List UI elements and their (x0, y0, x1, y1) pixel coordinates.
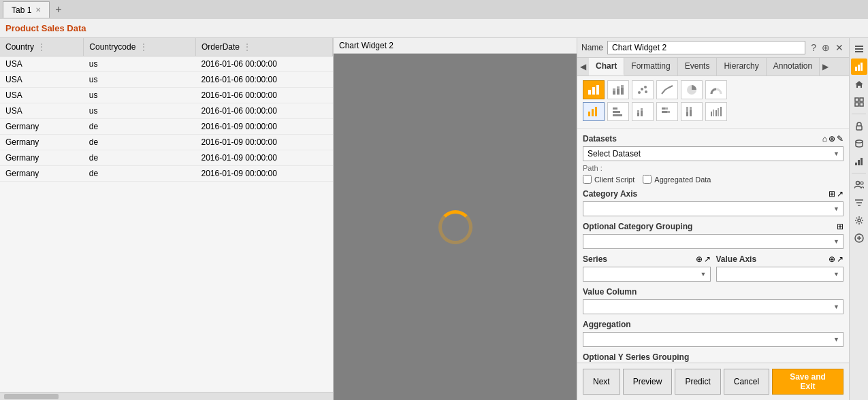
value-column-select-wrapper (583, 299, 843, 314)
right-toolbar (849, 38, 868, 400)
props-tab-next[interactable]: ▶ (820, 58, 831, 76)
svg-rect-23 (641, 108, 643, 111)
rt-lock-icon[interactable] (851, 118, 867, 134)
rt-users-icon[interactable] (851, 177, 867, 193)
tab-1[interactable]: Tab 1 ✕ (3, 1, 50, 18)
category-axis-settings-icon[interactable]: ⊞ (829, 189, 835, 199)
col-drag-orderdate[interactable]: ⋮ (242, 42, 253, 52)
category-axis-arrow-icon[interactable]: ↗ (837, 189, 843, 199)
chart-subtype-2[interactable] (607, 102, 629, 121)
predict-button[interactable]: Predict (675, 369, 720, 395)
datasets-add-icon[interactable]: ⊕ (829, 134, 835, 144)
svg-rect-22 (641, 111, 643, 116)
dataset-select[interactable]: Select Dataset (583, 146, 843, 161)
aggregation-select[interactable] (583, 332, 843, 347)
col-drag-country[interactable]: ⋮ (36, 42, 47, 52)
chart-type-pie[interactable] (681, 80, 703, 99)
table-row: USAus2016-01-06 00:00:00 (0, 56, 333, 72)
tab-add-button[interactable]: + (51, 3, 65, 16)
chart-subtype-4[interactable] (656, 102, 678, 121)
svg-rect-25 (665, 107, 668, 110)
preview-button[interactable]: Preview (623, 369, 673, 395)
value-axis-select[interactable] (716, 267, 844, 282)
series-add-icon[interactable]: ⊕ (696, 254, 703, 264)
svg-rect-2 (596, 85, 599, 95)
table-row: USAus2016-01-06 00:00:00 (0, 103, 333, 119)
value-axis-arrow-icon[interactable]: ↗ (837, 254, 843, 264)
name-label: Name (581, 43, 603, 52)
series-arrow-icon[interactable]: ↗ (704, 254, 711, 264)
tab-annotation[interactable]: Annotation (767, 58, 820, 76)
rt-home-icon[interactable] (851, 76, 867, 93)
tab-formatting[interactable]: Formatting (624, 58, 677, 76)
tab-chart[interactable]: Chart (589, 58, 624, 76)
table-row: Germanyde2016-01-09 00:00:00 (0, 150, 333, 166)
cancel-button[interactable]: Cancel (724, 369, 769, 395)
svg-rect-1 (592, 87, 595, 95)
datasets-home-icon[interactable]: ⌂ (822, 134, 827, 144)
horizontal-scrollbar[interactable] (0, 392, 333, 400)
chart-subtype-6[interactable] (705, 102, 727, 121)
svg-rect-39 (855, 51, 863, 52)
value-column-select[interactable] (583, 299, 843, 314)
table-container[interactable]: Country ⋮ Countrycode ⋮ OrderDate ⋮ (0, 38, 333, 392)
tab-hierarchy[interactable]: Hierarchy (717, 58, 766, 76)
client-script-checkbox[interactable] (583, 175, 592, 184)
svg-rect-38 (855, 48, 863, 50)
dataset-select-wrapper: Select Dataset (583, 146, 843, 161)
svg-rect-40 (855, 67, 857, 71)
help-icon-btn[interactable]: ? (809, 41, 818, 54)
next-button[interactable]: Next (583, 369, 620, 395)
category-axis-icons: ⊞ ↗ (829, 189, 843, 199)
rt-grid-icon[interactable] (851, 94, 867, 110)
category-axis-select[interactable] (583, 201, 843, 216)
tab-events[interactable]: Events (678, 58, 718, 76)
props-tab-prev[interactable]: ◀ (577, 58, 589, 76)
path-row: Path : (583, 164, 843, 172)
cell-countrycode: de (84, 150, 196, 166)
svg-rect-19 (613, 114, 622, 116)
chart-subtype-3[interactable] (632, 102, 654, 121)
optional-category-settings-icon[interactable]: ⊞ (837, 222, 843, 231)
chart-subtype-5[interactable] (681, 102, 703, 121)
props-tabs: ◀ Chart Formatting Events Hierarchy Anno… (577, 58, 849, 76)
svg-rect-37 (855, 46, 863, 47)
chart-type-scatter[interactable] (632, 80, 654, 99)
rt-menu-icon[interactable] (851, 41, 867, 57)
cell-country: Germany (0, 135, 84, 150)
datasets-edit-icon[interactable]: ✎ (837, 134, 843, 144)
chart-type-bar[interactable] (583, 80, 605, 99)
cell-country: USA (0, 56, 84, 72)
props-footer: Next Preview Predict Cancel Save and Exi… (577, 363, 849, 400)
chart-type-gauge[interactable] (705, 80, 727, 99)
optional-category-icons: ⊞ (837, 222, 843, 231)
close-icon-btn[interactable]: ✕ (834, 41, 845, 54)
optional-category-section: Optional Category Grouping ⊞ (583, 222, 843, 249)
rt-settings-icon[interactable] (851, 212, 867, 229)
rt-filter-icon[interactable] (851, 195, 867, 211)
move-icon-btn[interactable]: ⊕ (820, 41, 831, 54)
name-input[interactable] (607, 41, 805, 54)
chart-subtype-1[interactable] (583, 102, 605, 121)
checkbox-group: Client Script Aggregated Data (583, 175, 843, 184)
svg-rect-4 (613, 88, 615, 91)
chart-type-stacked-bar[interactable] (607, 80, 629, 99)
category-axis-header: Category Axis ⊞ ↗ (583, 189, 843, 199)
rt-add-icon[interactable] (851, 230, 867, 246)
aggregated-data-checkbox[interactable] (643, 175, 652, 184)
chart-type-line[interactable] (656, 80, 678, 99)
value-axis-add-icon[interactable]: ⊕ (829, 254, 835, 264)
optional-category-select[interactable] (583, 234, 843, 249)
tab-1-close[interactable]: ✕ (35, 6, 41, 14)
col-drag-countrycode[interactable]: ⋮ (138, 42, 149, 52)
series-select[interactable] (583, 267, 711, 282)
chart-title: Chart Widget 2 (339, 41, 393, 50)
scrollbar-thumb[interactable] (4, 394, 59, 399)
rt-bar-chart-icon[interactable] (851, 153, 867, 169)
svg-rect-36 (720, 107, 722, 116)
table-row: Germanyde2016-01-09 00:00:00 (0, 119, 333, 135)
svg-rect-0 (588, 90, 591, 95)
save-exit-button[interactable]: Save and Exit (772, 369, 843, 395)
rt-chart-icon[interactable] (851, 59, 867, 75)
rt-data-icon[interactable] (851, 135, 867, 152)
